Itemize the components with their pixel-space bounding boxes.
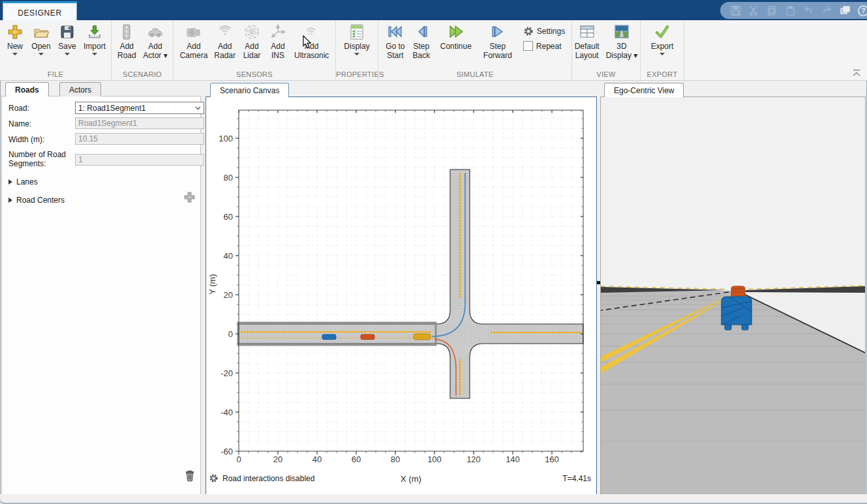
display-dropdown-caret[interactable] <box>354 53 359 55</box>
import-dropdown-caret[interactable] <box>92 53 97 55</box>
segments-field[interactable]: 1 <box>75 154 204 166</box>
road-select-value: 1: Road1Segment1 <box>78 103 145 113</box>
add-radar-button[interactable]: Add Radar <box>211 23 239 60</box>
y-axis-label: Y (m) <box>207 274 217 295</box>
tab-ego-centric-view[interactable]: Ego-Centric View <box>604 83 684 97</box>
step-forward-button[interactable]: Step Forward <box>478 23 518 60</box>
new-dropdown-caret[interactable] <box>12 53 18 55</box>
scenario-canvas-panel: Scenario Canvas <box>205 81 597 496</box>
tab-designer[interactable]: DESIGNER <box>3 1 77 22</box>
import-button[interactable]: Import <box>80 23 109 55</box>
road-centers-section-header[interactable]: Road Centers <box>8 196 65 205</box>
ego-centric-view-panel: Ego-Centric View <box>600 81 866 496</box>
open-dropdown-caret[interactable] <box>38 53 44 55</box>
ego-3d-scene[interactable] <box>601 97 865 495</box>
add-camera-icon <box>185 23 202 40</box>
add-road-button[interactable]: Add Road <box>114 23 140 60</box>
svg-text:?: ? <box>861 7 865 14</box>
group-label-sensors: SENSORS <box>174 70 335 78</box>
add-actor-button[interactable]: Add Actor ▾ <box>140 23 170 60</box>
vehicle-orange[interactable] <box>361 334 374 340</box>
default-layout-label: Default <box>575 42 600 51</box>
import-label: Import <box>84 42 106 51</box>
road-interactions-status: Road interactions disabled <box>222 474 314 483</box>
y-tick-label: 60 <box>224 212 233 222</box>
quick-copy-icon[interactable] <box>766 5 778 17</box>
repeat-checkbox[interactable] <box>523 41 533 51</box>
plot-area[interactable] <box>239 110 583 451</box>
3d-display-button[interactable]: 3D Display ▾ <box>603 23 641 60</box>
quick-save-icon[interactable] <box>729 5 742 17</box>
add-road-label2: Road <box>117 51 136 60</box>
add-radar-icon <box>217 23 234 40</box>
group-label-simulate: SIMULATE <box>378 70 571 78</box>
group-label-properties: PROPERTIES <box>336 70 378 78</box>
add-lidar-button[interactable]: Add Lidar <box>239 23 265 60</box>
width-label: Width (m): <box>8 135 44 144</box>
step-back-button[interactable]: Step Back <box>408 23 434 60</box>
tab-roads[interactable]: Roads <box>5 82 49 96</box>
quick-paste-icon[interactable] <box>784 5 797 17</box>
expand-triangle-icon <box>8 179 12 185</box>
y-tick-label: -20 <box>221 368 233 378</box>
open-icon <box>33 23 50 40</box>
vehicle-blue[interactable] <box>322 334 336 340</box>
road-interactions-gear-icon[interactable] <box>209 473 219 483</box>
continue-button[interactable]: Continue <box>434 23 478 51</box>
vehicle-yellow[interactable] <box>414 334 431 340</box>
roads-properties-panel: Roads Actors Road: 1: Road1Segment1 Name… <box>1 81 201 496</box>
go-to-start-button[interactable]: Go to Start <box>382 23 408 60</box>
ribbon-toolstrip: New Open Save Import <box>0 20 867 81</box>
group-label-view: VIEW <box>572 70 640 78</box>
add-camera-button[interactable]: Add Camera <box>177 23 211 60</box>
name-field[interactable]: Road1Segment1 <box>75 117 204 129</box>
quick-cut-icon[interactable] <box>748 5 760 17</box>
step-forward-label: Step <box>489 42 506 51</box>
save-dropdown-caret[interactable] <box>65 53 70 55</box>
collapse-ribbon-icon[interactable] <box>851 68 862 78</box>
tab-scenario-canvas[interactable]: Scenario Canvas <box>210 83 289 97</box>
repeat-toggle[interactable]: Repeat <box>523 41 565 51</box>
ego-view-body <box>600 96 866 496</box>
add-ins-button[interactable]: Add INS <box>265 23 291 60</box>
titlebar: DESIGNER ? <box>0 0 867 20</box>
quick-undo-icon[interactable] <box>802 5 815 17</box>
tab-actors[interactable]: Actors <box>59 82 101 96</box>
x-tick-label: 100 <box>427 454 442 464</box>
width-field[interactable]: 10.15 <box>75 133 204 145</box>
add-lidar-label2: Lidar <box>243 51 261 60</box>
continue-icon <box>448 23 464 40</box>
x-tick-label: 0 <box>236 454 241 464</box>
road-select[interactable]: 1: Road1Segment1 <box>75 102 204 114</box>
step-forward-icon <box>489 23 506 40</box>
settings-button[interactable]: Settings <box>523 26 565 37</box>
new-label: New <box>7 42 23 51</box>
export-icon <box>654 23 671 40</box>
road-label: Road: <box>8 104 29 113</box>
panel-splitter-handle[interactable] <box>597 281 600 284</box>
add-road-center-button[interactable] <box>183 191 196 203</box>
app-window: DESIGNER ? New Open <box>0 0 867 504</box>
ribbon-group-file: New Open Save Import <box>0 20 112 80</box>
scenario-plot[interactable]: 020406080100120140160100806040200-20-40-… <box>206 97 596 495</box>
display-button[interactable]: Display <box>341 23 373 55</box>
add-actor-label: Add <box>148 42 162 51</box>
default-layout-button[interactable]: Default Layout <box>571 23 603 60</box>
add-radar-label2: Radar <box>214 51 236 60</box>
group-label-file: FILE <box>0 70 111 78</box>
save-icon <box>59 23 76 40</box>
import-icon <box>86 23 103 40</box>
open-button[interactable]: Open <box>28 23 54 55</box>
help-icon[interactable]: ? <box>857 5 867 17</box>
delete-road-button[interactable] <box>184 469 196 482</box>
save-button[interactable]: Save <box>54 23 80 55</box>
quick-redo-icon[interactable] <box>821 5 833 17</box>
window-layout-icon[interactable] <box>839 5 851 17</box>
export-button[interactable]: Export <box>648 23 677 55</box>
display-label: Display <box>344 42 369 51</box>
lanes-section-header[interactable]: Lanes <box>8 177 38 186</box>
ego-view-blue-vehicle <box>722 297 752 330</box>
export-dropdown-caret[interactable] <box>660 53 665 55</box>
new-button[interactable]: New <box>2 23 28 55</box>
add-road-label: Add <box>120 42 134 51</box>
